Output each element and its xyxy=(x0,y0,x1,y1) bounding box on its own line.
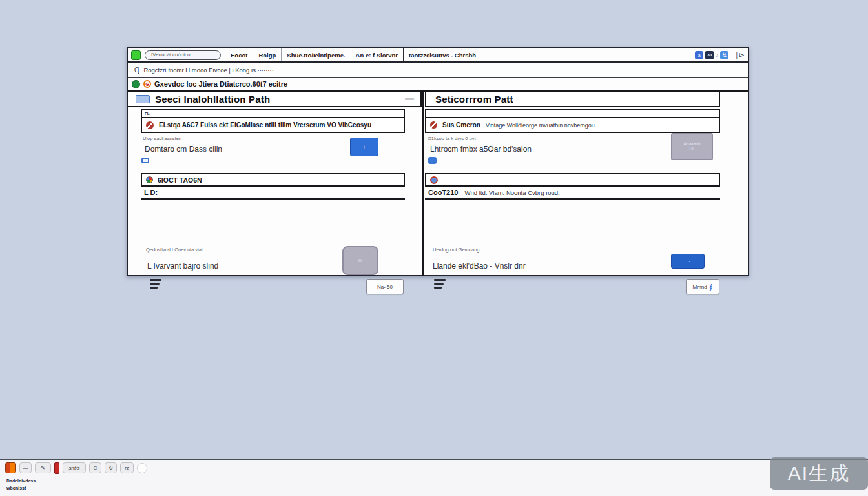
right-browse-button[interactable]: ‑ · xyxy=(671,254,705,269)
right-hamburger-icon[interactable] xyxy=(434,279,446,289)
dialog-content: Seeci Inalohllattion Path — FL. ELstqa A… xyxy=(128,92,748,276)
menu-item-help[interactable]: taotzzclsuttvs . Chrsbh xyxy=(403,48,481,61)
taskbar-strip: — ✎ snt/s C ↻ rz Dadelnivdcss wbonisst xyxy=(0,459,868,496)
green-site-icon[interactable] xyxy=(132,80,140,88)
taskbar-pen-icon[interactable]: ✎ xyxy=(35,462,51,473)
info-bar: Ɋ Rogctzrí tnomr H mooo Eivcoe | i Kong … xyxy=(128,63,748,78)
app-launcher-icon[interactable] xyxy=(131,50,141,60)
left-source-box: FL. ELstqa A6C7 Fuiss ckt ElGoMiase ntli… xyxy=(141,109,405,133)
left-drive-row[interactable]: L D: xyxy=(141,187,405,200)
right-gray-button-line2: UL xyxy=(689,147,694,152)
taskbar-red-indicator xyxy=(54,462,59,474)
flash-icon[interactable]: ↯ xyxy=(720,51,728,59)
left-drive-label: L D: xyxy=(144,189,158,196)
app-badge-icon[interactable]: a xyxy=(695,51,703,59)
menu-item-view[interactable]: Shue.tto/Ieintipeme. xyxy=(281,48,350,61)
left-checkbox[interactable] xyxy=(141,158,149,163)
taskbar-circle-button[interactable] xyxy=(137,463,147,473)
right-panel-title: Seticorrrom Patt xyxy=(435,94,513,105)
menu-bar: Eocot Roigp Shue.tto/Ieintipeme. An e: f… xyxy=(225,48,481,61)
left-source-heading: ELstqa A6C7 Fuiss ckt ElGoMiase ntlii tl… xyxy=(159,121,371,129)
menu-item-file[interactable]: Eocot xyxy=(225,48,253,61)
browser-toolbar: IVenucái cuóoico Eocot Roigp Shue.tto/Ie… xyxy=(128,48,748,63)
left-panel-header: Seeci Inalohllattion Path — xyxy=(128,92,422,107)
bookmark-bar: G Gxevdoc loc Jtiera Dtiatcrco.60t7 ecit… xyxy=(128,78,748,92)
right-gray-button[interactable]: Aaaaaah UL xyxy=(671,133,713,160)
right-subtext-1: O1ksoo ta k drys 0 uvt xyxy=(428,136,476,141)
ai-generated-watermark: AI生成 xyxy=(770,457,868,490)
left-subtext-1: Ulop saclraansten xyxy=(143,136,181,141)
orange-site-icon[interactable]: G xyxy=(143,80,151,88)
check-glyph-icon: ∮ xyxy=(709,283,713,291)
cursor-icon: ∴ xyxy=(730,52,733,58)
left-subtext-2: Qedostivral t Onev ola vial xyxy=(146,247,203,253)
chrome-icon xyxy=(146,176,153,183)
menu-item-edit[interactable]: Roigp xyxy=(253,48,281,61)
left-browse-button[interactable]: + xyxy=(350,138,378,156)
footer-line-1: Dadelnivdcss xyxy=(6,477,36,484)
sd-card-icon[interactable]: 30 xyxy=(705,51,714,59)
address-field[interactable]: IVenucái cuóoico xyxy=(145,50,221,60)
toolbar-icon-group: a 30 ♪ ↯ ∴ ∣⊳ xyxy=(695,51,745,59)
right-next-label: Mmnd xyxy=(693,284,707,290)
left-panel-title: Seeci Inalohllattion Path xyxy=(155,94,270,105)
menu-item-tools[interactable]: An e: f Slorvnr xyxy=(351,48,403,61)
taskbar-refresh-button[interactable]: ↻ xyxy=(105,462,117,473)
right-source-tab xyxy=(426,110,719,118)
left-section2-heading: 6IOCT TAO6N xyxy=(158,176,202,184)
folder-icon xyxy=(136,95,150,103)
right-next-button[interactable]: Mmnd ∮ xyxy=(686,279,719,294)
taskbar-c-button[interactable]: C xyxy=(89,462,101,473)
right-source-heading-bold: Sus Cmeron xyxy=(442,121,480,129)
left-main-text-1: Domtaro cm Dass cilin xyxy=(145,145,222,154)
right-source-heading-rest: Vintage Wollöleorge mvuathin nnvbemgou xyxy=(486,122,595,129)
taskbar-minimize-button[interactable]: — xyxy=(19,462,32,473)
taskbar-app-orange-icon[interactable] xyxy=(5,462,16,473)
left-next-button[interactable]: Na- 50 xyxy=(366,279,404,294)
search-person-icon: Ɋ xyxy=(134,67,139,74)
audio-icon: ♪ xyxy=(716,52,718,58)
left-source-tab[interactable]: FL. xyxy=(142,110,404,118)
left-main-text-2: L Ivarvant bajro slind xyxy=(147,262,218,271)
panel-divider xyxy=(422,92,424,276)
right-panel-header: Seticorrrom Patt xyxy=(425,92,720,107)
right-main-text-1: Lhtrocm fmbx a5Oar bd'salon xyxy=(430,145,532,154)
left-section2-header: 6IOCT TAO6N xyxy=(141,173,405,187)
globe-icon[interactable] xyxy=(430,176,438,184)
installer-window: IVenucái cuóoico Eocot Roigp Shue.tto/Ie… xyxy=(127,47,749,276)
right-drive-row[interactable]: CooT210 Wnd ltd. Vlam. Noonta Cvbrg roud… xyxy=(425,187,720,200)
warning-site-icon xyxy=(430,121,437,129)
taskbar: — ✎ snt/s C ↻ rz xyxy=(0,460,868,474)
forward-arrow-icon[interactable]: ∣⊳ xyxy=(735,51,745,59)
footer-line-2: wbonisst xyxy=(6,484,36,491)
right-checkbox[interactable]: — xyxy=(428,157,437,164)
bookmark-bar-text: Gxevdoc loc Jtiera Dtiatcrco.60t7 ecitre xyxy=(154,80,287,88)
left-hamburger-icon[interactable] xyxy=(150,279,161,289)
minimize-button[interactable]: — xyxy=(405,94,414,104)
right-drive-label-bold: CooT210 xyxy=(428,189,458,196)
footer-text: Dadelnivdcss wbonisst xyxy=(6,477,36,491)
info-bar-text: Rogctzrí tnomr H mooo Eivcoe | i Kong is… xyxy=(143,67,273,74)
right-main-text-2: Llande ekl'dBao - Vnslr dnr xyxy=(433,262,526,271)
blocked-site-icon xyxy=(146,121,154,129)
right-source-box: Sus Cmeron Vintage Wollöleorge mvuathin … xyxy=(425,109,720,133)
right-section2-header xyxy=(425,173,720,187)
right-source-row[interactable]: Sus Cmeron Vintage Wollöleorge mvuathin … xyxy=(426,118,719,132)
taskbar-speed-button[interactable]: snt/s xyxy=(63,462,86,473)
taskbar-rz-button[interactable]: rz xyxy=(120,462,134,473)
right-gray-button-line1: Aaaaaah xyxy=(683,141,700,147)
left-source-row[interactable]: ELstqa A6C7 Fuiss ckt ElGoMiase ntlii tl… xyxy=(142,118,404,132)
left-gray-button[interactable]: tit xyxy=(342,246,378,275)
right-drive-label-rest: Wnd ltd. Vlam. Noonta Cvbrg roud. xyxy=(464,189,559,196)
right-subtext-2: Uerdogrout Gercoang xyxy=(433,247,480,253)
